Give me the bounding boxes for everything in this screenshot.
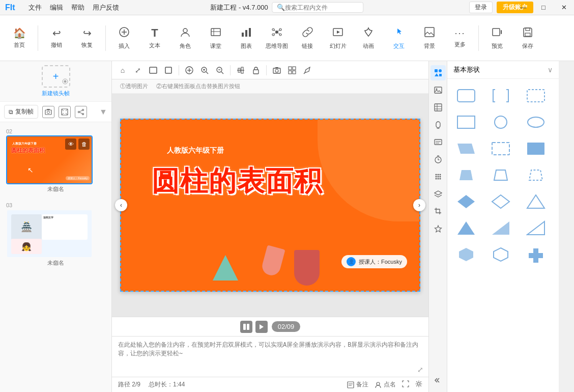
toolbar-preview[interactable]: 预览 [483,20,511,57]
notes-textarea[interactable] [118,341,422,371]
slide-item-02[interactable]: 02 人教版六年级下册 圆柱的表面积 授课人：Focusky 👁 🗑 ↖ [0,126,111,196]
canvas-expand-tool[interactable]: ⤢ [131,64,145,77]
canvas-lock-tool[interactable] [249,64,263,77]
canvas-square-tool[interactable] [162,64,175,77]
bottom-tool-2[interactable] [255,321,268,333]
thumb-view-btn[interactable]: 👁 [65,138,76,150]
slide-thumb-03[interactable]: 🏯 说明文字 👧 [6,209,93,258]
toolbar-animate[interactable]: 动画 [354,20,383,57]
shape-ellipse[interactable] [522,110,550,134]
canvas-next-button[interactable]: › [413,199,425,211]
canvas-camera-tool[interactable] [270,64,283,77]
notes-expand-icon[interactable]: ⤢ [417,366,423,374]
slide-resize-03[interactable]: ⊡ [53,259,59,267]
share-button[interactable] [75,106,87,118]
shape-circle[interactable] [487,110,514,134]
shape-diamond[interactable] [452,190,480,213]
thumb-delete-btn[interactable]: 🗑 [78,138,90,150]
toolbar-role[interactable]: 角色 [171,20,199,57]
expand-button[interactable] [59,106,71,118]
canvas-align-tool[interactable] [234,64,247,77]
shape-rect-dashed[interactable] [522,84,550,107]
restore-button[interactable]: □ [533,0,554,15]
svg-rect-52 [253,70,259,74]
settings-button[interactable] [415,380,422,389]
login-button[interactable]: 登录 [469,2,493,13]
callname-button[interactable]: 点名 [375,380,396,389]
shape-trapezoid-dashed[interactable] [522,163,550,187]
canvas-rect-tool[interactable] [147,64,160,77]
right-icon-table[interactable] [430,100,446,115]
menu-feedback[interactable]: 用户反馈 [89,3,123,12]
menu-help[interactable]: 帮助 [67,3,89,12]
toolbar-save[interactable]: 保存 [513,20,542,57]
right-icon-collapse[interactable] [430,373,446,388]
slide-item-03[interactable]: 03 🏯 说明文字 👧 未命名 ⊡ [0,200,111,270]
canvas-add-tool[interactable] [183,64,196,77]
right-icon-star[interactable] [430,221,446,236]
toolbar-chart[interactable]: 图表 [232,20,261,57]
toolbar-class[interactable]: 课堂 [202,20,230,57]
right-icon-audio[interactable] [430,117,446,132]
shape-hexagon-outline[interactable] [487,243,514,266]
right-icon-image[interactable] [430,82,446,98]
shape-triangle-outline[interactable] [522,190,550,213]
toolbar-insert[interactable]: 插入 [110,20,138,57]
notes-area[interactable]: ⤢ [112,336,428,377]
bottom-tool-1[interactable] [240,321,252,333]
right-icon-shapes[interactable] [430,65,446,80]
shape-parallelogram[interactable] [452,137,480,160]
toolbar-redo[interactable]: ↪ 恢复 [73,20,101,57]
toolbar-slide[interactable]: 幻灯片 [324,20,352,57]
toolbar-link[interactable]: 链接 [293,20,322,57]
shape-hexagon[interactable] [452,243,480,266]
toolbar-mindmap[interactable]: 思维导图 [263,20,291,57]
right-icon-grid[interactable] [430,169,446,184]
shape-plus[interactable] [522,243,550,266]
shape-rect-solid[interactable] [522,137,550,160]
fullscreen-button[interactable] [402,380,409,389]
shape-rect-plain[interactable] [452,110,480,134]
shape-rect-dashed2[interactable] [487,137,514,160]
right-icon-layers[interactable] [430,186,446,202]
close-button[interactable]: ✕ [554,0,574,15]
right-icon-timer[interactable] [430,152,446,167]
minimize-button[interactable]: — [513,0,533,15]
shape-trapezoid[interactable] [452,163,480,187]
new-frame-button[interactable]: + 新建镜头帧 [0,61,111,102]
slide-thumb-02[interactable]: 人教版六年级下册 圆柱的表面积 授课人：Focusky 👁 🗑 ↖ [6,135,93,184]
menu-file[interactable]: 文件 [24,3,46,12]
shape-panel-chevron[interactable]: ∨ [548,66,553,74]
canvas-zoomout-tool[interactable] [213,64,226,77]
canvas-prev-button[interactable]: ‹ [115,199,127,211]
copy-frame-button[interactable]: ⧉ 复制帧 [4,105,38,119]
shape-rect-rounded[interactable] [452,84,480,107]
notes-button[interactable]: 备注 [347,380,368,389]
shape-diamond-outline[interactable] [487,190,514,213]
toolbar-bg[interactable]: 背景 [415,20,444,57]
canvas-slide[interactable]: 人教版六年级下册 圆柱的表面积 👤 授课人：Focusky [120,119,420,292]
canvas-home-tool[interactable]: ⌂ [116,64,129,77]
search-box[interactable]: 🔍 [272,2,364,13]
toolbar-more[interactable]: ··· 更多 [446,20,474,57]
toolbar-home[interactable]: 🏠 首页 [5,20,34,57]
toolbar-text[interactable]: T 文本 [140,20,169,57]
canvas-grid-tool[interactable] [285,64,299,77]
camera-button[interactable] [42,106,54,118]
shape-triangle-solid[interactable] [452,216,480,240]
shape-trapezoid-outline[interactable] [487,163,514,187]
toolbar-undo[interactable]: ↩ 撤销 [42,20,71,57]
canvas-zoomin-tool[interactable] [198,64,211,77]
menu-edit[interactable]: 编辑 [46,3,67,12]
toolbar-bg-label: 背景 [424,42,435,50]
shape-right-triangle-outline[interactable] [522,216,550,240]
right-icon-textbox[interactable] [430,134,446,150]
shape-bracket[interactable] [487,84,514,107]
scroll-down-icon[interactable]: ▼ [99,107,107,117]
search-input[interactable] [285,4,356,11]
right-icon-crop[interactable] [430,204,446,219]
shape-right-triangle[interactable] [487,216,514,240]
canvas-pen-tool[interactable] [301,64,314,77]
slide-resize-02[interactable]: ⊡ [53,185,59,193]
toolbar-interact[interactable]: 交互 [385,20,413,57]
